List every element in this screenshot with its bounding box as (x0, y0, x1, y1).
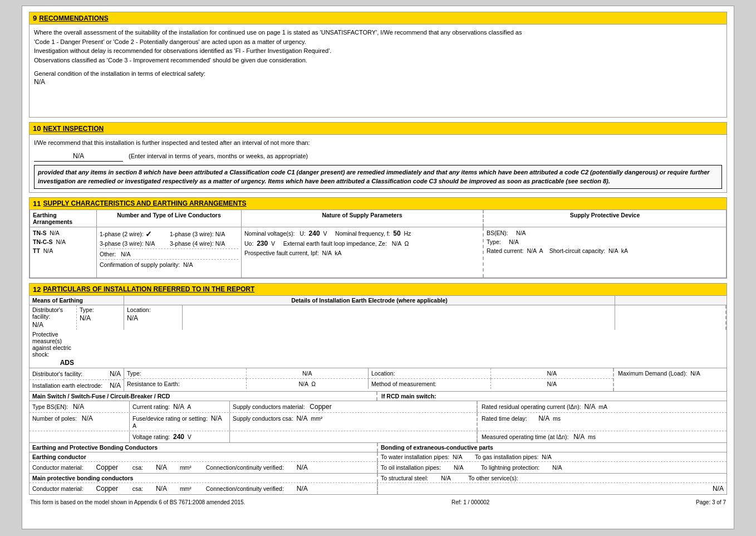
footer-ref: Ref: 1 / 000002 (451, 499, 489, 505)
s10-text: I/We recommend that this installation is… (34, 138, 722, 148)
tt-label: TT (33, 247, 40, 254)
section-9-number: 9 (33, 14, 37, 22)
s12-fuse-device: Fuse/device rating or setting: N/A A (130, 413, 230, 431)
section-9-title: RECOMMENDATIONS (39, 14, 108, 22)
s12-main-protective-data: Conductor material: Copper csa: N/A mm² … (30, 483, 378, 494)
s11-col3-header: Nature of Supply Parameters (242, 210, 484, 227)
s11-earthing: TN-S N/A TN-C-S N/A TT N/A (30, 227, 97, 277)
s12-structural-row: To structural steel: N/A To other servic… (378, 474, 726, 483)
section-10-header: 10 NEXT INSPECTION (30, 123, 726, 135)
s12-type-bs: Type BS(EN): N/A (30, 401, 130, 412)
section-12-title: PARTICULARS OF INSTALLATION REFERRED TO … (43, 285, 254, 293)
section-10-number: 10 (33, 124, 41, 133)
s12-rated-time: Rated time delay: N/A ms (479, 413, 726, 431)
s9-general-label: General condition of the installation in… (34, 70, 722, 77)
s12-earthing-conductor-data: Conductor material: Copper csa: N/A mm² … (30, 462, 378, 473)
s11-1phase-3wire: 1-phase (3 wire): N/A (170, 230, 238, 238)
section-9-body: Where the overall assessment of the suit… (30, 25, 726, 117)
section-12: 12 PARTICULARS OF INSTALLATION REFERRED … (29, 283, 727, 495)
s10-interval-row: N/A (Enter interval in terms of years, m… (34, 151, 722, 162)
footer-form-note: This form is based on the model shown in… (30, 499, 245, 505)
section-10-body: I/We recommend that this installation is… (30, 135, 726, 192)
s9-general-value: N/A (34, 78, 722, 86)
s12-empty-cell2 (230, 431, 478, 442)
s11-1phase-2wire: 1-phase (2 wire): ✓ (100, 230, 168, 238)
s12-num-poles: Number of poles: N/A (30, 413, 130, 431)
tt-value: N/A (43, 247, 53, 254)
tncs-value: N/A (56, 238, 66, 245)
s10-note: provided that any items in section 8 whi… (34, 165, 722, 189)
section-11-header: 11 SUPPLY CHARACTERISTICS AND EARTHING A… (30, 198, 726, 210)
s12-voltage-rating: Voltage rating: 240 V (130, 431, 230, 442)
s11-protective: BS(EN): N/A Type: N/A Rated current: N/A… (484, 227, 726, 277)
s11-nature: Nominal voltage(s): U: 240 V Nominal fre… (242, 227, 484, 277)
s12-electrode-header: Details of Installation Earth Electrode … (124, 296, 615, 305)
s12-empty-cell (30, 431, 130, 442)
s12-location-value-wide (183, 305, 615, 330)
section-11: 11 SUPPLY CHARACTERISTICS AND EARTHING A… (29, 197, 727, 279)
s12-measured-operating: Measured operating time (at IΔn): N/A ms (479, 431, 726, 442)
s12-bonding-extraneous-header: Bonding of extraneous-conductive parts (378, 443, 726, 452)
s12-empty (615, 305, 726, 330)
s12-protective-measures: Protective measure(s) against electric s… (30, 330, 77, 368)
s12-earthing-conductor-label: Earthing conductor (30, 452, 378, 461)
s12-distributor-label: Distributor's facility: N/A (30, 305, 77, 330)
section-11-number: 11 (33, 199, 41, 208)
s12-rated-residual: Rated residual operating current (IΔn): … (479, 401, 726, 412)
footer-page: Page: 3 of 7 (696, 499, 726, 505)
tns-label: TN-S (33, 230, 47, 236)
s12-bonding-data1: To oil installation pipes: N/A To lightn… (378, 462, 726, 473)
section-12-number: 12 (33, 285, 41, 294)
s11-conductors: 1-phase (2 wire): ✓ 1-phase (3 wire): N/… (97, 227, 242, 277)
s11-3phase-4wire: 3-phase (4 wire): N/A (170, 240, 238, 247)
section-9: 9 RECOMMENDATIONS Where the overall asse… (29, 12, 727, 118)
section-12-header: 12 PARTICULARS OF INSTALLATION REFERRED … (30, 284, 726, 296)
s12-type: Type: N/A (77, 305, 124, 330)
s11-col4-header: Supply Protective Device (484, 210, 726, 227)
s10-interval-value: N/A (34, 151, 123, 162)
s12-rcd-header: If RCD main switch: (379, 392, 726, 401)
s12-supply-csa: Supply conductors csa: N/A mm² (230, 413, 478, 431)
s11-3phase-3wire: 3-phase (3 wire): N/A (100, 240, 168, 247)
s12-supply-mat: Supply conductors material: Copper (230, 401, 478, 412)
s12-main-protective-label: Main protective bonding conductors (30, 474, 378, 483)
s12-main-switch-header: Main Switch / Switch-Fuse / Circuit-Brea… (30, 392, 377, 401)
s12-location: Location: N/A (124, 305, 183, 330)
s12-means-header: Means of Earthing (30, 296, 124, 305)
section-10-title: NEXT INSPECTION (43, 125, 104, 133)
s10-interval-hint: (Enter interval in terms of years, month… (129, 153, 308, 159)
s9-text1: Where the overall assessment of the suit… (34, 28, 722, 65)
section-9-header: 9 RECOMMENDATIONS (30, 12, 726, 25)
s12-bonding-row1-right: To water installation pipes: N/A To gas … (378, 452, 726, 461)
s11-col2-header: Number and Type of Live Conductors (97, 210, 242, 227)
tns-value: N/A (50, 230, 60, 236)
tncs-label: TN-C-S (33, 238, 53, 245)
s12-other-services-value: N/A (378, 483, 726, 494)
section-10: 10 NEXT INSPECTION I/We recommend that t… (29, 122, 727, 193)
s12-earthing-bonding-header: Earthing and Protective Bonding Conducto… (30, 443, 378, 452)
section-11-title: SUPPLY CHARACTERISTICS AND EARTHING ARRA… (43, 199, 246, 207)
footer: This form is based on the model shown in… (29, 499, 727, 505)
checkmark-icon: ✓ (145, 230, 152, 238)
s12-protective-header (615, 296, 726, 305)
page: 9 RECOMMENDATIONS Where the overall asse… (22, 6, 734, 529)
s11-col1-header: Earthing Arrangements (30, 210, 97, 227)
s12-current-rating: Current rating: N/A A (130, 401, 230, 412)
